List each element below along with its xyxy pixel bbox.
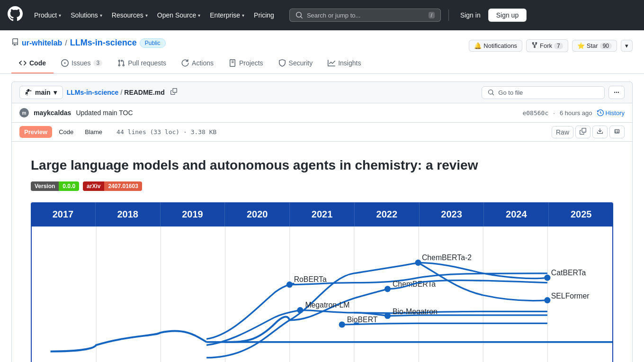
- file-view-tabs: Preview Code Blame 44 lines (33 loc) · 3…: [11, 123, 633, 142]
- history-button[interactable]: History: [597, 109, 625, 117]
- arxiv-value: 2407.01603: [104, 181, 142, 191]
- author-avatar: m: [19, 108, 29, 118]
- repo-tabs: Code Issues 3 Pull requests Actions Proj…: [11, 54, 633, 73]
- tab-pull-requests[interactable]: Pull requests: [110, 54, 174, 73]
- file-meta: 44 lines (33 loc) · 3.38 KB: [116, 128, 216, 136]
- main-nav: Product ▾ Solutions ▾ Resources ▾ Open S…: [30, 9, 278, 22]
- repo-name-link[interactable]: LLMs-in-science: [70, 38, 137, 48]
- svg-point-12: [544, 297, 550, 303]
- goto-file-placeholder: Go to file: [498, 89, 523, 96]
- main-header: Product ▾ Solutions ▾ Resources ▾ Open S…: [0, 0, 644, 30]
- branch-selector[interactable]: main ▾: [19, 86, 63, 99]
- tab-actions[interactable]: Actions: [174, 54, 221, 73]
- svg-text:RoBERTa: RoBERTa: [294, 276, 327, 284]
- timeline-header: 2017 2018 2019 2020 2021 2022 2023 2024 …: [31, 202, 613, 226]
- download-button[interactable]: [592, 126, 608, 138]
- search-kbd: /: [429, 12, 435, 18]
- readme-content: Large language models and autonomous age…: [11, 142, 633, 362]
- github-logo[interactable]: [8, 6, 23, 24]
- file-breadcrumb: LLMs-in-science / README.md: [67, 89, 165, 96]
- code-tab[interactable]: Code: [54, 126, 78, 138]
- file-breadcrumb-org[interactable]: LLMs-in-science: [67, 89, 119, 96]
- year-2020: 2020: [225, 202, 290, 226]
- svg-point-10: [544, 275, 550, 281]
- year-2024: 2024: [484, 202, 549, 226]
- star-count: 90: [600, 43, 612, 49]
- tab-projects[interactable]: Projects: [221, 54, 271, 73]
- svg-text:ChemBERTa-2: ChemBERTa-2: [422, 254, 472, 262]
- repo-org-link[interactable]: ur-whitelab: [22, 39, 62, 47]
- raw-button[interactable]: Raw: [552, 126, 573, 138]
- copy-path-button[interactable]: [169, 87, 179, 98]
- nav-open-source[interactable]: Open Source ▾: [153, 9, 205, 22]
- repo-actions: 🔔 Notifications Fork 7 ⭐ Star 90 ▾: [469, 39, 633, 52]
- repo-breadcrumb: ur-whitelab / LLMs-in-science Public: [11, 38, 166, 48]
- more-options-button[interactable]: ▾: [621, 40, 633, 52]
- path-separator: /: [120, 89, 122, 96]
- fork-count: 7: [554, 43, 563, 49]
- tab-code[interactable]: Code: [11, 54, 54, 73]
- commit-hash[interactable]: e08560c: [522, 109, 548, 117]
- breadcrumb-separator: /: [65, 39, 67, 47]
- header-auth-actions: Sign in Sign up: [456, 9, 527, 22]
- chevron-down-icon: ▾: [242, 13, 244, 18]
- timeline-body: ChemBERTa-2 CatBERTa SELFormer RoBERTa: [31, 226, 613, 362]
- search-container: Search or jump to... /: [289, 9, 441, 22]
- version-label: Version: [31, 181, 59, 191]
- year-2018: 2018: [96, 202, 161, 226]
- sign-in-button[interactable]: Sign in: [456, 9, 484, 22]
- tab-security[interactable]: Security: [271, 54, 321, 73]
- file-breadcrumb-file: README.md: [124, 89, 165, 96]
- more-options-button[interactable]: ···: [608, 86, 625, 99]
- arxiv-badge[interactable]: arXiv 2407.01603: [83, 181, 142, 191]
- commit-bar: m maykcaldas Updated main TOC e08560c · …: [11, 103, 633, 123]
- fork-icon: [531, 42, 538, 50]
- issues-badge: 3: [93, 60, 102, 66]
- preview-tab[interactable]: Preview: [19, 126, 52, 138]
- file-toolbar: main ▾ LLMs-in-science / README.md Go to…: [11, 81, 633, 103]
- timeline-chart: 2017 2018 2019 2020 2021 2022 2023 2024 …: [31, 202, 613, 362]
- file-toolbar-container: main ▾ LLMs-in-science / README.md Go to…: [11, 81, 633, 362]
- star-button[interactable]: ⭐ Star 90: [572, 40, 617, 52]
- commit-author[interactable]: maykcaldas: [34, 109, 71, 117]
- lines-button[interactable]: [609, 126, 625, 138]
- svg-text:SELFormer: SELFormer: [551, 292, 590, 300]
- commit-time: ·: [553, 109, 555, 117]
- commit-time-label: 6 hours ago: [560, 109, 592, 117]
- version-badge[interactable]: Version 0.0.0: [31, 181, 79, 191]
- notifications-button[interactable]: 🔔 Notifications: [469, 40, 522, 52]
- star-icon: ⭐: [577, 42, 585, 49]
- tab-issues[interactable]: Issues 3: [54, 54, 110, 73]
- search-box[interactable]: Search or jump to... /: [289, 9, 441, 22]
- nav-solutions[interactable]: Solutions ▾: [67, 9, 106, 22]
- year-2021: 2021: [290, 202, 355, 226]
- history-label: History: [606, 109, 625, 117]
- timeline-svg: ChemBERTa-2 CatBERTa SELFormer RoBERTa: [32, 226, 612, 362]
- branch-name: main: [35, 89, 51, 96]
- nav-enterprise[interactable]: Enterprise ▾: [206, 9, 248, 22]
- fork-button[interactable]: Fork 7: [526, 39, 568, 52]
- svg-text:CatBERTa: CatBERTa: [551, 269, 586, 277]
- repo-header: ur-whitelab / LLMs-in-science Public 🔔 N…: [0, 30, 644, 74]
- go-to-file-input[interactable]: Go to file: [482, 86, 605, 99]
- nav-resources[interactable]: Resources ▾: [108, 9, 152, 22]
- tab-insights[interactable]: Insights: [320, 54, 368, 73]
- sign-up-button[interactable]: Sign up: [488, 9, 527, 22]
- header-divider: [448, 9, 449, 21]
- badge-row: Version 0.0.0 arXiv 2407.01603: [31, 181, 613, 191]
- blame-tab[interactable]: Blame: [80, 126, 107, 138]
- copy-button[interactable]: [575, 126, 590, 138]
- year-2023: 2023: [420, 202, 484, 226]
- bell-icon: 🔔: [474, 42, 482, 49]
- search-placeholder: Search or jump to...: [307, 12, 425, 19]
- commit-message: Updated main TOC: [76, 109, 133, 117]
- svg-text:Megatron-LM: Megatron-LM: [305, 301, 349, 309]
- year-2025: 2025: [549, 202, 613, 226]
- chevron-down-icon: ▾: [145, 13, 148, 18]
- nav-pricing[interactable]: Pricing: [250, 9, 278, 22]
- year-2022: 2022: [355, 202, 420, 226]
- chevron-down-icon: ▾: [54, 89, 57, 96]
- chevron-down-icon: ▾: [100, 13, 102, 18]
- readme-title: Large language models and autonomous age…: [31, 157, 613, 174]
- nav-product[interactable]: Product ▾: [30, 9, 65, 22]
